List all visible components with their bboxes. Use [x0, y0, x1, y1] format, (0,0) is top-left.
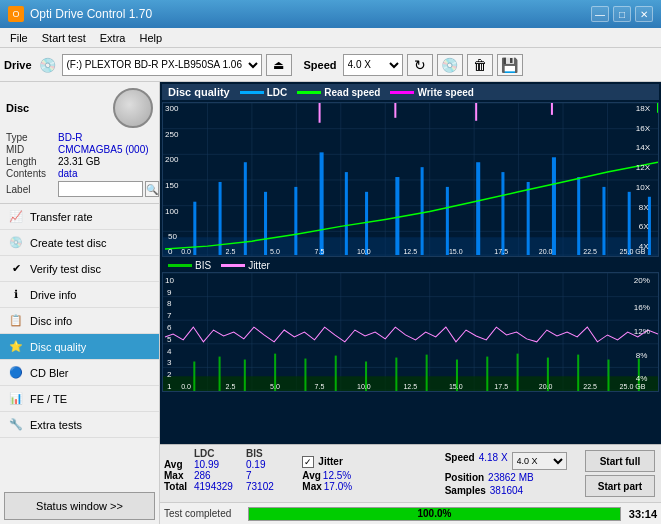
svg-text:5.0: 5.0: [270, 248, 280, 255]
upper-chart: 300 250 200 150 100 50 0 18X 16X 14X 12X…: [162, 102, 659, 257]
sidebar-item-drive-info[interactable]: ℹ Drive info: [0, 282, 159, 308]
lower-legend: BIS Jitter: [162, 259, 659, 272]
drive-icon: 💿: [38, 55, 58, 75]
sidebar-item-verify-test-disc[interactable]: ✔ Verify test disc: [0, 256, 159, 282]
svg-text:12X: 12X: [636, 163, 651, 172]
type-key: Type: [6, 132, 56, 143]
length-value: 23.31 GB: [58, 156, 100, 167]
nav-items: 📈 Transfer rate 💿 Create test disc ✔ Ver…: [0, 204, 159, 488]
svg-text:0.0: 0.0: [181, 248, 191, 255]
svg-text:0: 0: [168, 247, 173, 256]
speed-select[interactable]: 4.0 X: [343, 54, 403, 76]
svg-text:5: 5: [167, 335, 172, 344]
disc-quality-icon: ⭐: [8, 339, 24, 355]
svg-text:10X: 10X: [636, 183, 651, 192]
svg-text:25.0 GB: 25.0 GB: [620, 248, 646, 255]
disc-image: [113, 88, 153, 128]
sidebar-item-disc-quality[interactable]: ⭐ Disc quality: [0, 334, 159, 360]
close-button[interactable]: ✕: [635, 6, 653, 22]
chart-section: Disc quality LDC Read speed Write speed: [160, 82, 661, 444]
position-section: Speed 4.18 X 4.0 X Position 23862 MB Sam…: [441, 448, 583, 499]
sidebar-item-create-test-disc[interactable]: 💿 Create test disc: [0, 230, 159, 256]
svg-rect-34: [602, 187, 605, 255]
svg-rect-27: [421, 167, 424, 255]
svg-text:300: 300: [165, 104, 179, 113]
speed-info-select[interactable]: 4.0 X: [512, 452, 567, 470]
svg-text:0.0: 0.0: [181, 383, 191, 390]
sidebar-item-disc-info[interactable]: 📋 Disc info: [0, 308, 159, 334]
sidebar-item-cd-bler[interactable]: 🔵 CD Bler: [0, 360, 159, 386]
svg-text:15.0: 15.0: [449, 383, 463, 390]
label-key: Label: [6, 184, 56, 195]
total-bis: 73102: [246, 481, 296, 492]
total-label: Total: [164, 481, 192, 492]
label-browse-button[interactable]: 🔍: [145, 181, 159, 197]
window-controls[interactable]: — □ ✕: [591, 6, 653, 22]
svg-rect-95: [486, 357, 488, 391]
samples-value: 381604: [490, 485, 523, 496]
svg-rect-87: [244, 360, 246, 391]
stats-main: LDC BIS Avg 10.99 0.19 Max 286 7 Total 4…: [164, 448, 298, 499]
stats-panel: LDC BIS Avg 10.99 0.19 Max 286 7 Total 4…: [160, 444, 661, 502]
ldc-legend-label: LDC: [267, 87, 288, 98]
refresh-button[interactable]: ↻: [407, 54, 433, 76]
svg-text:6: 6: [167, 323, 172, 332]
read-speed-label: Read speed: [324, 87, 380, 98]
mid-key: MID: [6, 144, 56, 155]
menu-extra[interactable]: Extra: [94, 31, 132, 45]
jitter-legend-color: [221, 264, 245, 267]
cd-bler-label: CD Bler: [30, 367, 69, 379]
svg-text:8%: 8%: [636, 351, 648, 360]
svg-rect-30: [501, 172, 504, 255]
svg-text:20%: 20%: [634, 276, 650, 285]
svg-rect-26: [395, 177, 399, 255]
svg-rect-85: [193, 362, 195, 392]
drive-select[interactable]: (F:) PLEXTOR BD-R PX-LB950SA 1.06: [62, 54, 262, 76]
read-speed-legend: Read speed: [297, 87, 380, 98]
jitter-max-row: Max 17.0%: [302, 481, 436, 492]
sidebar-item-extra-tests[interactable]: 🔧 Extra tests: [0, 412, 159, 438]
empty-header: [164, 448, 192, 459]
svg-text:12%: 12%: [634, 327, 650, 336]
disc-button[interactable]: 💿: [437, 54, 463, 76]
jitter-label: Jitter: [318, 456, 342, 467]
jitter-checkbox[interactable]: ✓: [302, 456, 314, 468]
toolbar: Drive 💿 (F:) PLEXTOR BD-R PX-LB950SA 1.0…: [0, 48, 661, 82]
transfer-rate-label: Transfer rate: [30, 211, 93, 223]
ldc-col-header: LDC: [194, 448, 244, 459]
start-part-button[interactable]: Start part: [585, 475, 655, 497]
status-window-button[interactable]: Status window >>: [4, 492, 155, 520]
progress-bar: 100.0%: [248, 507, 621, 521]
svg-rect-99: [607, 360, 609, 391]
jitter-avg-label: Avg: [302, 470, 321, 481]
svg-text:4%: 4%: [636, 374, 648, 383]
svg-text:15.0: 15.0: [449, 248, 463, 255]
svg-text:7: 7: [167, 311, 172, 320]
svg-rect-90: [335, 356, 337, 391]
svg-text:50: 50: [168, 232, 178, 241]
svg-rect-22: [294, 187, 297, 255]
upper-chart-svg: 300 250 200 150 100 50 0 18X 16X 14X 12X…: [163, 103, 658, 256]
sidebar-item-transfer-rate[interactable]: 📈 Transfer rate: [0, 204, 159, 230]
speed-info-label: Speed: [445, 452, 475, 470]
start-full-button[interactable]: Start full: [585, 450, 655, 472]
svg-text:16X: 16X: [636, 124, 651, 133]
sidebar-item-fe-te[interactable]: 📊 FE / TE: [0, 386, 159, 412]
label-input[interactable]: [58, 181, 143, 197]
svg-text:2.5: 2.5: [226, 383, 236, 390]
minimize-button[interactable]: —: [591, 6, 609, 22]
save-button[interactable]: 💾: [497, 54, 523, 76]
svg-text:2: 2: [167, 370, 172, 379]
svg-rect-31: [527, 182, 530, 255]
bis-legend-color: [168, 264, 192, 267]
svg-text:5.0: 5.0: [270, 383, 280, 390]
ldc-legend: LDC: [240, 87, 288, 98]
write-speed-color: [390, 91, 414, 94]
menu-start-test[interactable]: Start test: [36, 31, 92, 45]
menu-file[interactable]: File: [4, 31, 34, 45]
eject-button[interactable]: ⏏: [266, 54, 292, 76]
total-ldc: 4194329: [194, 481, 244, 492]
menu-help[interactable]: Help: [133, 31, 168, 45]
maximize-button[interactable]: □: [613, 6, 631, 22]
erase-button[interactable]: 🗑: [467, 54, 493, 76]
